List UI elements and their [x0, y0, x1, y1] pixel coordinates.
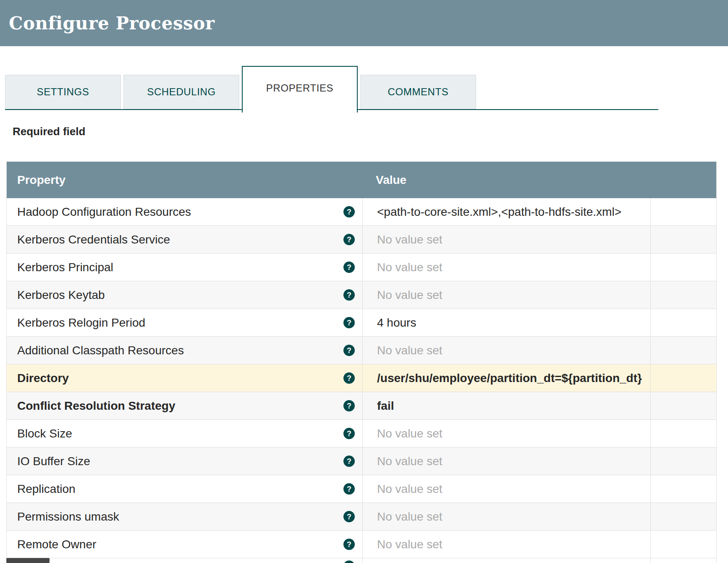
tab-comments[interactable]: COMMENTS: [360, 75, 476, 109]
required-field-label: Required field: [13, 125, 728, 138]
value-cell[interactable]: /user/shu/employee/partition_dt=${partit…: [362, 364, 651, 392]
value-cell[interactable]: No value set: [362, 226, 651, 253]
help-icon[interactable]: ?: [343, 560, 355, 563]
property-name: Conflict Resolution Strategy: [17, 399, 343, 413]
help-icon[interactable]: ?: [343, 262, 355, 273]
tab-properties[interactable]: PROPERTIES: [242, 66, 358, 113]
value-cell[interactable]: No value set: [362, 475, 651, 503]
property-cell: Remote Owner ?: [7, 531, 362, 558]
value-cell[interactable]: [362, 558, 651, 563]
help-icon[interactable]: ?: [343, 206, 355, 217]
table-row: Kerberos Credentials Service ? No value …: [7, 226, 716, 254]
value-cell[interactable]: No value set: [362, 281, 651, 309]
value-filler: [651, 254, 716, 281]
table-row: Kerberos Relogin Period ? 4 hours: [7, 309, 716, 337]
table-row: ?: [7, 558, 716, 563]
tab-scheduling[interactable]: SCHEDULING: [123, 75, 239, 109]
property-value: No value set: [377, 510, 443, 524]
help-icon[interactable]: ?: [343, 511, 355, 522]
value-filler: [651, 503, 716, 530]
help-icon[interactable]: ?: [343, 483, 355, 495]
help-icon[interactable]: ?: [343, 539, 355, 550]
table-row: Additional Classpath Resources ? No valu…: [7, 337, 716, 364]
value-cell[interactable]: No value set: [362, 503, 651, 530]
value-cell[interactable]: <path-to-core-site.xml>,<path-to-hdfs-si…: [362, 198, 651, 225]
table-row: Permissions umask ? No value set: [7, 503, 716, 531]
table-row: Kerberos Principal ? No value set: [7, 254, 716, 281]
value-filler: [651, 281, 716, 309]
property-value: 4 hours: [377, 316, 416, 330]
help-icon[interactable]: ?: [343, 400, 355, 411]
property-name: Permissions umask: [17, 510, 343, 524]
help-icon[interactable]: ?: [343, 345, 355, 356]
value-filler: [651, 531, 716, 558]
value-filler: [651, 448, 716, 475]
value-cell[interactable]: No value set: [362, 531, 651, 558]
value-filler: [651, 198, 716, 225]
properties-table: Property Value Hadoop Configuration Reso…: [6, 162, 717, 563]
help-icon[interactable]: ?: [343, 428, 355, 439]
value-cell[interactable]: No value set: [362, 420, 651, 447]
property-value: /user/shu/employee/partition_dt=${partit…: [377, 372, 642, 385]
help-icon[interactable]: ?: [343, 234, 355, 245]
property-name: IO Buffer Size: [17, 455, 343, 468]
table-row: Replication ? No value set: [7, 475, 716, 503]
property-cell: ?: [7, 558, 362, 563]
property-name: Kerberos Principal: [17, 261, 343, 274]
property-cell: Additional Classpath Resources ?: [7, 337, 362, 364]
help-icon[interactable]: ?: [343, 289, 355, 301]
value-cell[interactable]: No value set: [362, 254, 651, 281]
table-row: Hadoop Configuration Resources ? <path-t…: [7, 198, 716, 226]
value-filler: [651, 558, 716, 563]
property-name: Block Size: [17, 427, 343, 440]
value-filler: [651, 420, 716, 447]
table-row: Kerberos Keytab ? No value set: [7, 281, 716, 309]
property-name: Kerberos Keytab: [17, 288, 343, 302]
property-value: No value set: [377, 288, 443, 302]
property-cell: Directory ?: [7, 364, 362, 392]
value-filler: [651, 364, 716, 392]
column-header-value: Value: [362, 173, 406, 187]
table-body: Hadoop Configuration Resources ? <path-t…: [7, 198, 716, 563]
property-name: Kerberos Relogin Period: [17, 316, 343, 330]
value-cell[interactable]: 4 hours: [362, 309, 651, 336]
property-value: No value set: [377, 455, 443, 468]
help-icon[interactable]: ?: [343, 372, 355, 384]
property-value: <path-to-core-site.xml>,<path-to-hdfs-si…: [377, 205, 621, 219]
table-row: Block Size ? No value set: [7, 420, 716, 448]
property-name: Replication: [17, 482, 343, 496]
horizontal-scrollbar-thumb[interactable]: [6, 558, 50, 563]
value-cell[interactable]: No value set: [362, 337, 651, 364]
help-icon[interactable]: ?: [343, 456, 355, 467]
table-row: Conflict Resolution Strategy ? fail: [7, 392, 716, 420]
property-value: No value set: [377, 482, 443, 496]
help-icon[interactable]: ?: [343, 317, 355, 328]
property-cell: Kerberos Credentials Service ?: [7, 226, 362, 253]
tab-bar: SETTINGS SCHEDULING PROPERTIES COMMENTS: [5, 66, 658, 110]
tab-settings[interactable]: SETTINGS: [5, 75, 121, 109]
value-cell[interactable]: No value set: [362, 448, 651, 475]
property-name: Kerberos Credentials Service: [17, 233, 343, 246]
property-cell: Replication ?: [7, 475, 362, 503]
property-value: No value set: [377, 427, 443, 440]
property-cell: Kerberos Keytab ?: [7, 281, 362, 309]
property-value: No value set: [377, 261, 443, 274]
property-value: No value set: [377, 233, 443, 246]
value-cell[interactable]: fail: [362, 392, 651, 419]
property-value: No value set: [377, 344, 443, 357]
value-filler: [651, 226, 716, 253]
property-cell: Block Size ?: [7, 420, 362, 447]
value-filler: [651, 337, 716, 364]
table-row: Directory ? /user/shu/employee/partition…: [7, 364, 716, 392]
property-cell: Kerberos Principal ?: [7, 254, 362, 281]
table-header: Property Value: [7, 162, 716, 198]
table-row: Remote Owner ? No value set: [7, 531, 716, 558]
dialog-title: Configure Processor: [9, 13, 215, 34]
property-name: Additional Classpath Resources: [17, 344, 343, 357]
property-name: Directory: [17, 372, 343, 385]
property-value: No value set: [377, 538, 443, 551]
property-name: Remote Owner: [17, 538, 343, 551]
column-header-property: Property: [7, 173, 362, 187]
property-cell: Kerberos Relogin Period ?: [7, 309, 362, 336]
property-name: Hadoop Configuration Resources: [17, 205, 343, 219]
